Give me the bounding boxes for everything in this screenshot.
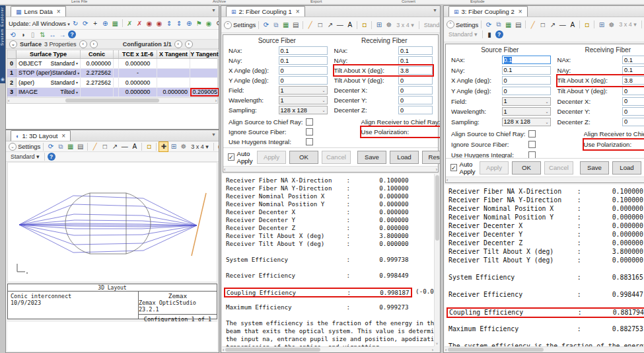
separator[interactable]: [122, 19, 123, 27]
line-annotation-icon[interactable]: ╱: [528, 20, 537, 29]
field-input[interactable]: 0.1⌄: [279, 56, 328, 65]
tce-cell[interactable]: 0.000000: [119, 78, 157, 87]
y-tangent-cell[interactable]: [190, 69, 219, 78]
conic-cell[interactable]: [81, 88, 114, 97]
config-rotate-icon[interactable]: ↻: [71, 19, 80, 28]
field-input[interactable]: 0.1⌄: [502, 56, 551, 64]
dialog-button[interactable]: Cancel: [322, 151, 351, 164]
help-icon[interactable]: ?: [495, 30, 503, 38]
gear-icon[interactable]: ☸: [607, 20, 616, 29]
field-input[interactable]: 0.1⌄: [398, 46, 433, 55]
col-x-tangent[interactable]: X Tangent: [157, 50, 190, 58]
surface-type-dropdown[interactable]: Standard▾: [50, 79, 78, 86]
field-input[interactable]: 0⌄: [398, 76, 433, 85]
table-row[interactable]: 2 (aper)Standard▾ 2.272562 0.000000: [7, 78, 217, 88]
help-icon[interactable]: ?: [68, 30, 76, 38]
copy-icon[interactable]: ⧉: [494, 20, 503, 29]
field-input[interactable]: 0⌄: [622, 107, 644, 116]
separator[interactable]: [141, 143, 142, 151]
ray-aiming-red-icon[interactable]: ✗: [135, 19, 144, 28]
swap-icon[interactable]: ⇅: [38, 30, 47, 39]
page-icon[interactable]: ▯: [28, 30, 37, 39]
field-input[interactable]: 1⌄: [279, 86, 328, 95]
rect-annotation-icon[interactable]: □: [316, 20, 324, 30]
globe-green-icon[interactable]: ◉: [205, 19, 213, 28]
y-tangent-cell[interactable]: [190, 78, 219, 87]
field-input[interactable]: 128 x 128⌄: [279, 106, 328, 114]
dialog-button[interactable]: OK: [289, 151, 318, 164]
window-icon[interactable]: ⊞: [169, 142, 178, 151]
checkbox[interactable]: [528, 151, 536, 159]
settings-dropdown[interactable]: Settings: [456, 21, 478, 28]
pin-icon[interactable]: ▼: [211, 132, 216, 137]
field-input[interactable]: 0⌄: [622, 118, 644, 126]
standard-dropdown[interactable]: Standard ▾: [447, 30, 480, 39]
field-input[interactable]: 3.8⌄: [622, 76, 644, 85]
grid-size-dropdown[interactable]: 3 x 4 ▾: [617, 20, 639, 29]
dialog-button[interactable]: Apply: [480, 161, 509, 175]
settings-chevron-icon[interactable]: ⌃: [447, 20, 454, 28]
conic-cell[interactable]: 0.000000: [81, 59, 114, 68]
chevron-down-icon[interactable]: ⌄: [9, 40, 17, 48]
vignetting2-icon[interactable]: ◉: [155, 19, 164, 28]
flag-icon[interactable]: ⚑: [195, 19, 203, 28]
close-tab-icon[interactable]: ×: [57, 8, 61, 15]
tab-fiber-coupling-1[interactable]: ⊞ 2: Fiber Coupling 1 ×: [226, 6, 305, 17]
dialog-button[interactable]: Cancel: [544, 161, 573, 175]
field-input[interactable]: 0⌄: [398, 96, 433, 104]
separator[interactable]: [579, 20, 580, 28]
field-input[interactable]: 1⌄: [502, 97, 551, 106]
x-tangent-cell[interactable]: 0.000000: [157, 88, 190, 97]
y-tangent-cell[interactable]: [190, 59, 219, 68]
auto-apply-checkbox[interactable]: [228, 153, 234, 161]
forward-icon[interactable]: →: [58, 30, 67, 39]
prev-icon[interactable]: ‹: [79, 40, 87, 48]
tce-cell[interactable]: 0.000000: [119, 59, 157, 68]
scrollbar-thumb[interactable]: [65, 98, 159, 102]
checkbox[interactable]: [528, 130, 536, 137]
close-tab-icon[interactable]: ×: [61, 132, 65, 139]
gear-icon[interactable]: ☸: [179, 142, 188, 151]
settings-horizontal-scrollbar[interactable]: ‹›: [446, 176, 644, 182]
dash-annotation-icon[interactable]: ―: [120, 142, 129, 151]
lock-icon[interactable]: ◘: [360, 20, 369, 30]
tab-3d-layout[interactable]: ◐ 1: 3D Layout ×: [11, 130, 71, 141]
dialog-button[interactable]: Save: [580, 161, 609, 175]
settings-dropdown[interactable]: Settings: [18, 143, 40, 150]
arrow-annotation-icon[interactable]: ↗: [548, 20, 557, 29]
arrow-annotation-icon[interactable]: ↗: [110, 142, 119, 151]
dialog-button[interactable]: OK: [512, 161, 541, 175]
auto-apply-checkbox[interactable]: [450, 164, 457, 171]
rect-annotation-icon[interactable]: □: [100, 142, 109, 151]
col-conic[interactable]: Conic: [81, 50, 114, 58]
separator[interactable]: [525, 20, 526, 28]
field-input[interactable]: 0⌄: [622, 97, 644, 106]
crosshair-icon[interactable]: +: [91, 19, 100, 28]
save-image-icon[interactable]: ▦: [66, 142, 75, 151]
window-icon[interactable]: ⊞: [375, 20, 383, 30]
pin-icon[interactable]: ▼: [433, 8, 437, 13]
width-icon[interactable]: ↔: [48, 30, 57, 39]
arrow-annotation-icon[interactable]: ↗: [326, 20, 334, 30]
pin-icon[interactable]: ▼: [211, 8, 216, 13]
window-icon[interactable]: ⊞: [597, 20, 606, 29]
dash-annotation-icon[interactable]: ―: [558, 20, 567, 29]
gear-icon[interactable]: ☸: [384, 20, 393, 30]
scrollbar-thumb[interactable]: [448, 348, 543, 352]
line-annotation-icon[interactable]: ╱: [90, 142, 99, 151]
dialog-button[interactable]: Load: [612, 161, 641, 175]
col-surface-type[interactable]: Surface Type: [17, 50, 81, 58]
x-tangent-cell[interactable]: [157, 69, 190, 78]
copy-icon[interactable]: ⧉: [271, 20, 280, 30]
dialog-button[interactable]: Apply: [257, 151, 286, 164]
globe-icon[interactable]: ⊕: [101, 19, 110, 28]
conic-cell[interactable]: 2.272562: [81, 78, 114, 87]
field-input[interactable]: 1⌄: [279, 96, 328, 104]
config-rotate2-icon[interactable]: ⟳: [81, 19, 90, 28]
separator[interactable]: [44, 153, 45, 161]
scrollbar-thumb[interactable]: [435, 175, 439, 241]
field-input[interactable]: 0⌄: [279, 76, 328, 85]
checkbox[interactable]: [306, 138, 313, 145]
table-row[interactable]: 1 STOP (aper)Standard▾ 2.272562 -: [7, 69, 217, 79]
pan-icon[interactable]: ✚: [159, 142, 168, 151]
